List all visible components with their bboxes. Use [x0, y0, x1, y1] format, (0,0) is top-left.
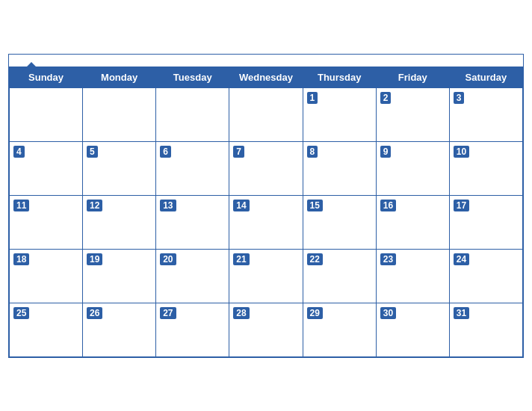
- date-number: 19: [87, 253, 102, 265]
- date-number: 4: [13, 146, 25, 158]
- date-number: 10: [454, 146, 469, 158]
- date-number: 28: [233, 307, 249, 319]
- calendar-cell: [229, 87, 303, 141]
- date-number: 21: [233, 253, 249, 265]
- date-number: 7: [233, 146, 244, 158]
- calendar-cell: 31: [449, 303, 522, 356]
- calendar-cell: 8: [303, 141, 376, 195]
- date-number: 8: [307, 146, 318, 158]
- calendar-week-row: 123: [10, 87, 523, 141]
- date-number: 22: [307, 253, 323, 265]
- calendar-cell: 6: [156, 141, 229, 195]
- date-number: 27: [160, 307, 176, 319]
- calendar-week-row: 45678910: [10, 141, 523, 195]
- calendar-cell: [83, 87, 156, 141]
- date-number: 14: [233, 200, 249, 211]
- calendar-cell: 18: [10, 249, 83, 303]
- date-number: 29: [307, 307, 323, 319]
- calendar-cell: 9: [376, 141, 449, 195]
- calendar-cell: 17: [449, 195, 522, 249]
- date-number: 23: [380, 253, 396, 265]
- calendar-week-row: 18192021222324: [10, 249, 523, 303]
- calendar-cell: 1: [303, 87, 376, 141]
- date-number: 11: [13, 200, 29, 211]
- logo-icon: [21, 61, 42, 74]
- calendar-cell: 16: [376, 195, 449, 249]
- calendar-cell: 28: [229, 303, 303, 356]
- date-number: 17: [454, 200, 469, 211]
- weekday-header-row: SundayMondayTuesdayWednesdayThursdayFrid…: [10, 67, 523, 87]
- calendar-cell: 5: [83, 141, 156, 195]
- weekday-header-saturday: Saturday: [449, 67, 522, 87]
- date-number: 18: [13, 253, 29, 265]
- svg-marker-0: [21, 62, 42, 72]
- date-number: 9: [380, 146, 392, 158]
- calendar-cell: 22: [303, 249, 376, 303]
- calendar-header: [9, 55, 523, 67]
- calendar-cell: 15: [303, 195, 376, 249]
- calendar-cell: 13: [156, 195, 229, 249]
- date-number: 20: [160, 253, 176, 265]
- date-number: 24: [454, 253, 469, 265]
- calendar-table: SundayMondayTuesdayWednesdayThursdayFrid…: [9, 67, 523, 357]
- weekday-header-wednesday: Wednesday: [229, 67, 303, 87]
- calendar: SundayMondayTuesdayWednesdayThursdayFrid…: [8, 54, 524, 358]
- weekday-header-tuesday: Tuesday: [156, 67, 229, 87]
- date-number: 16: [380, 200, 396, 211]
- date-number: 6: [160, 146, 171, 158]
- date-number: 2: [380, 92, 392, 104]
- calendar-week-row: 11121314151617: [10, 195, 523, 249]
- calendar-cell: 23: [376, 249, 449, 303]
- date-number: 1: [307, 92, 318, 104]
- calendar-cell: 7: [229, 141, 303, 195]
- weekday-header-monday: Monday: [83, 67, 156, 87]
- date-number: 5: [87, 146, 98, 158]
- weekday-header-thursday: Thursday: [303, 67, 376, 87]
- calendar-cell: 24: [449, 249, 522, 303]
- logo-area: [21, 61, 42, 74]
- calendar-week-row: 25262728293031: [10, 303, 523, 356]
- weekday-header-friday: Friday: [376, 67, 449, 87]
- date-number: 12: [87, 200, 102, 211]
- date-number: 3: [454, 92, 465, 104]
- calendar-cell: 25: [10, 303, 83, 356]
- date-number: 13: [160, 200, 176, 211]
- calendar-cell: 30: [376, 303, 449, 356]
- calendar-cell: [10, 87, 83, 141]
- calendar-cell: 19: [83, 249, 156, 303]
- calendar-cell: 11: [10, 195, 83, 249]
- calendar-cell: 27: [156, 303, 229, 356]
- calendar-cell: 26: [83, 303, 156, 356]
- calendar-cell: 10: [449, 141, 522, 195]
- calendar-cell: 20: [156, 249, 229, 303]
- calendar-cell: [156, 87, 229, 141]
- calendar-cell: 12: [83, 195, 156, 249]
- calendar-cell: 3: [449, 87, 522, 141]
- date-number: 15: [307, 200, 323, 211]
- date-number: 25: [13, 307, 29, 319]
- calendar-cell: 4: [10, 141, 83, 195]
- calendar-cell: 14: [229, 195, 303, 249]
- date-number: 30: [380, 307, 396, 319]
- date-number: 31: [454, 307, 469, 319]
- calendar-cell: 2: [376, 87, 449, 141]
- date-number: 26: [87, 307, 102, 319]
- calendar-cell: 21: [229, 249, 303, 303]
- calendar-cell: 29: [303, 303, 376, 356]
